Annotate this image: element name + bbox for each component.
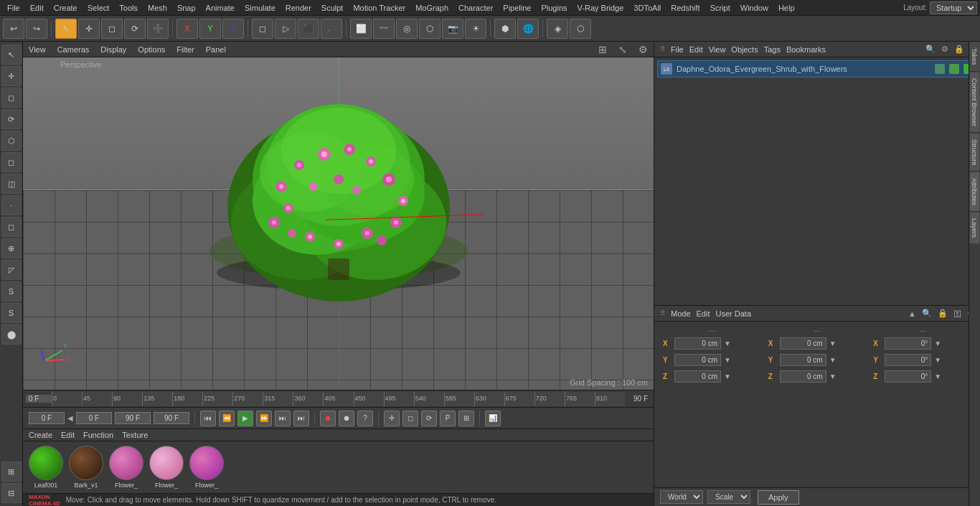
left-obj-mode-btn[interactable]: ◻ bbox=[1, 217, 22, 237]
x-rot-arrow-icon[interactable]: ▼ bbox=[829, 339, 837, 347]
menu-window[interactable]: Window bbox=[736, 2, 773, 14]
z-rot-arrow-icon[interactable]: ▼ bbox=[829, 373, 837, 380]
step-forward-btn[interactable]: ⏩ bbox=[256, 411, 272, 426]
start-frame-input[interactable] bbox=[29, 412, 65, 424]
left-snap-btn[interactable]: ⊞ bbox=[1, 462, 22, 482]
viewport-menu-display[interactable]: Display bbox=[100, 45, 126, 54]
menu-file[interactable]: File bbox=[3, 2, 24, 14]
z-scale-arrow-icon[interactable]: ▼ bbox=[934, 373, 941, 380]
move-mode-btn[interactable]: ✛ bbox=[384, 411, 400, 426]
left-polygon-btn[interactable]: ◻ bbox=[1, 152, 22, 172]
obj-menu-objects[interactable]: Objects bbox=[731, 45, 758, 54]
vtab-content-browser[interactable]: Content Browser bbox=[969, 72, 980, 133]
obj-menu-tags[interactable]: Tags bbox=[764, 45, 781, 54]
render-button[interactable]: ⬛ bbox=[298, 19, 319, 39]
menu-plugins[interactable]: Plugins bbox=[537, 2, 571, 14]
boole-button[interactable]: ◈ bbox=[547, 19, 568, 39]
menu-edit[interactable]: Edit bbox=[26, 2, 48, 14]
viewport-menu-cameras[interactable]: Cameras bbox=[57, 45, 90, 54]
timeline-view-btn[interactable]: 📊 bbox=[485, 411, 501, 426]
x-scale-arrow-icon[interactable]: ▼ bbox=[934, 339, 941, 347]
material-item-leaf[interactable]: Leaf001 bbox=[29, 446, 63, 489]
material-menu-function[interactable]: Function bbox=[83, 431, 113, 439]
left-knife-btn[interactable]: ◸ bbox=[1, 260, 22, 280]
x-pos-arrow-icon[interactable]: ▼ bbox=[724, 339, 731, 347]
x-axis-button[interactable]: X bbox=[176, 19, 198, 39]
object-mode-button[interactable]: ◻ bbox=[252, 19, 273, 39]
menu-script[interactable]: Script bbox=[706, 2, 735, 14]
x-scale-input[interactable] bbox=[885, 337, 931, 350]
camera-button[interactable]: 📷 bbox=[442, 19, 463, 39]
light-button[interactable]: ☀ bbox=[465, 19, 486, 39]
deform-button[interactable]: ⬡ bbox=[419, 19, 440, 39]
go-to-start-btn[interactable]: ⏮ bbox=[200, 411, 216, 426]
x-rot-input[interactable] bbox=[780, 337, 826, 350]
rotate-mode-btn[interactable]: ⟳ bbox=[421, 411, 437, 426]
y-axis-button[interactable]: Y bbox=[199, 19, 221, 39]
cube-button[interactable]: ⬜ bbox=[350, 19, 372, 39]
menu-create[interactable]: Create bbox=[50, 2, 82, 14]
go-to-end-btn[interactable]: ⏭ bbox=[275, 411, 291, 426]
material-menu-edit[interactable]: Edit bbox=[61, 431, 75, 439]
left-select-btn[interactable]: ↖ bbox=[1, 44, 22, 65]
transform-tool-button[interactable]: ➕ bbox=[147, 19, 169, 39]
y-rot-arrow-icon[interactable]: ▼ bbox=[829, 356, 837, 364]
apply-button[interactable]: Apply bbox=[758, 490, 799, 505]
vtab-layers[interactable]: Layers bbox=[969, 212, 980, 244]
floor-button[interactable]: ⬢ bbox=[494, 19, 516, 39]
spline-button[interactable]: 〰 bbox=[373, 19, 395, 39]
menu-3dtoall[interactable]: 3DToAll bbox=[629, 2, 665, 14]
obj-menu-bookmarks[interactable]: Bookmarks bbox=[786, 45, 826, 54]
attr-search-icon[interactable]: 🔍 bbox=[922, 309, 932, 318]
obj-search-icon[interactable]: 🔍 bbox=[925, 44, 936, 54]
y-pos-input[interactable] bbox=[674, 354, 721, 366]
nurbs-button[interactable]: ◎ bbox=[396, 19, 418, 39]
obj-menu-edit[interactable]: Edit bbox=[689, 45, 703, 54]
layout-dropdown[interactable]: Startup bbox=[930, 1, 977, 14]
viewport-arrows-icon[interactable]: ⤡ bbox=[618, 44, 627, 55]
left-paint-btn[interactable]: S bbox=[1, 303, 22, 323]
menu-simulate[interactable]: Simulate bbox=[240, 2, 280, 14]
menu-help[interactable]: Help bbox=[774, 2, 799, 14]
y-rot-input[interactable] bbox=[780, 354, 826, 366]
attr-lock-icon[interactable]: 🔒 bbox=[938, 309, 948, 318]
menu-animate[interactable]: Animate bbox=[202, 2, 239, 14]
menu-mesh[interactable]: Mesh bbox=[143, 2, 171, 14]
obj-settings-icon[interactable]: ⚙ bbox=[941, 44, 948, 54]
menu-pipeline[interactable]: Pipeline bbox=[499, 2, 535, 14]
go-to-end-btn2[interactable]: ⏭ bbox=[293, 411, 309, 426]
material-item-flower2[interactable]: Flower_ bbox=[149, 446, 184, 489]
material-menu-create[interactable]: Create bbox=[29, 431, 52, 439]
redo-button[interactable]: ↪ bbox=[26, 19, 47, 39]
move-tool-button[interactable]: ✛ bbox=[78, 19, 100, 39]
left-scale-btn[interactable]: ◻ bbox=[1, 88, 22, 108]
left-move-btn[interactable]: ✛ bbox=[1, 66, 22, 86]
undo-button[interactable]: ↩ bbox=[3, 19, 24, 39]
attr-menu-mode[interactable]: Mode bbox=[671, 309, 691, 318]
viewport-menu-view[interactable]: View bbox=[29, 45, 46, 54]
z-pos-input[interactable] bbox=[674, 370, 721, 383]
menu-redshift[interactable]: Redshift bbox=[666, 2, 704, 14]
object-tag-icon[interactable] bbox=[935, 64, 945, 74]
play-btn[interactable]: ▶ bbox=[237, 411, 253, 426]
z-rot-input[interactable] bbox=[780, 370, 826, 383]
menu-tools[interactable]: Tools bbox=[115, 2, 142, 14]
z-pos-arrow-icon[interactable]: ▼ bbox=[724, 373, 731, 380]
y-pos-arrow-icon[interactable]: ▼ bbox=[724, 356, 731, 364]
left-grid-btn[interactable]: ⊟ bbox=[1, 483, 22, 503]
menu-sculpt[interactable]: Sculpt bbox=[317, 2, 348, 14]
vtab-structure[interactable]: Structure bbox=[969, 133, 980, 172]
menu-vray[interactable]: V-Ray Bridge bbox=[573, 2, 628, 14]
material-item-bark[interactable]: Bark_v1 bbox=[69, 446, 103, 489]
attr-menu-edit[interactable]: Edit bbox=[697, 309, 710, 318]
end-frame-input-1[interactable] bbox=[115, 412, 151, 424]
object-visibility-icon[interactable] bbox=[949, 64, 959, 74]
left-rotate-btn[interactable]: ⟳ bbox=[1, 109, 22, 129]
y-scale-arrow-icon[interactable]: ▼ bbox=[934, 356, 941, 364]
select-tool-button[interactable]: ↖ bbox=[55, 19, 77, 39]
scale-mode-btn[interactable]: ◻ bbox=[402, 411, 418, 426]
left-edge-btn[interactable]: ◫ bbox=[1, 174, 22, 194]
render-settings-button[interactable]: 🎥 bbox=[321, 19, 342, 39]
menu-select[interactable]: Select bbox=[83, 2, 114, 14]
z-scale-input[interactable] bbox=[885, 370, 931, 383]
